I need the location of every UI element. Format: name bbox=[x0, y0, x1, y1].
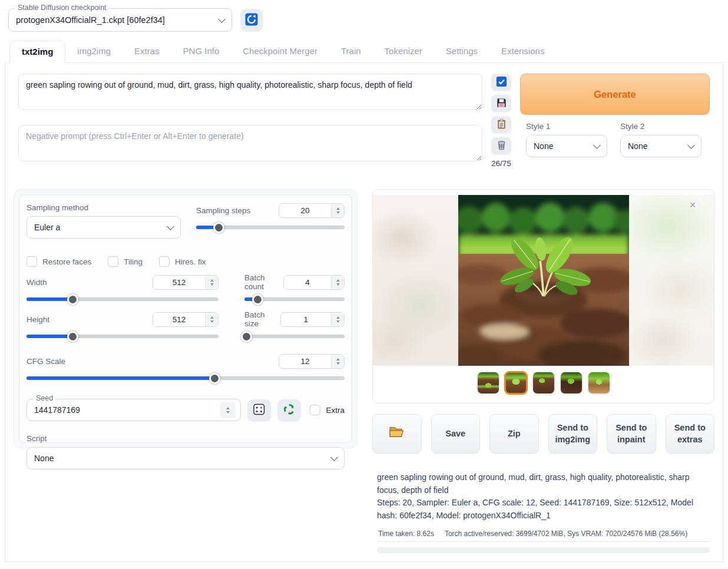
seed-spinner[interactable] bbox=[220, 402, 236, 418]
batch-count-spinner[interactable] bbox=[331, 276, 344, 289]
thumbnail-1[interactable] bbox=[476, 371, 500, 395]
style2-dropdown[interactable]: None bbox=[620, 135, 701, 157]
width-spinner[interactable] bbox=[205, 276, 218, 289]
chevron-down-icon bbox=[330, 454, 338, 461]
generation-prompt-text: green sapling rowing out of ground, mud,… bbox=[377, 471, 710, 497]
recycle-icon bbox=[283, 403, 296, 418]
settings-panel: Sampling method Euler a Sampling steps bbox=[14, 189, 358, 448]
send-to-inpaint-button[interactable]: Send to inpaint bbox=[607, 414, 656, 454]
checkbox-box bbox=[27, 256, 37, 267]
thumbnail-strip bbox=[373, 371, 714, 395]
chevron-down-icon bbox=[593, 141, 601, 149]
stable-diffusion-webui: Stable Diffusion checkpoint protogenX34O… bbox=[0, 0, 728, 569]
generate-column: Generate Style 1 None Style 2 None bbox=[520, 74, 710, 168]
clear-prompt-button[interactable] bbox=[491, 137, 511, 154]
sampling-steps-slider[interactable] bbox=[196, 222, 345, 233]
clipboard-icon bbox=[496, 118, 507, 131]
main-tabs: txt2img img2img Extras PNG Info Checkpoi… bbox=[5, 40, 723, 63]
batch-count-slider[interactable] bbox=[244, 294, 345, 305]
negative-prompt-input[interactable] bbox=[18, 125, 482, 161]
style2-group: Style 2 None bbox=[620, 122, 701, 157]
batch-size-slider[interactable] bbox=[244, 331, 345, 342]
seed-input[interactable] bbox=[34, 405, 220, 415]
extra-label: Extra bbox=[326, 406, 345, 415]
cfg-scale-slider[interactable] bbox=[27, 373, 345, 383]
send-to-extras-button[interactable]: Send to extras bbox=[666, 414, 715, 454]
close-icon[interactable]: × bbox=[687, 199, 699, 211]
checkbox-box bbox=[108, 256, 118, 267]
reuse-seed-button[interactable] bbox=[277, 399, 301, 421]
output-buttons-row: Save Zip Send to img2img Send to inpaint… bbox=[372, 414, 714, 454]
tab-txt2img[interactable]: txt2img bbox=[9, 41, 65, 63]
tab-extras[interactable]: Extras bbox=[123, 41, 171, 63]
prompt-tools-column: 26/75 bbox=[491, 74, 512, 168]
sampling-steps-numbox bbox=[279, 203, 345, 218]
apply-style-button[interactable] bbox=[491, 116, 511, 133]
script-dropdown[interactable]: None bbox=[27, 447, 345, 469]
tab-tokenizer[interactable]: Tokenizer bbox=[373, 41, 434, 63]
thumbnail-3[interactable] bbox=[532, 371, 555, 395]
content-row: Sampling method Euler a Sampling steps bbox=[10, 189, 718, 553]
zip-button[interactable]: Zip bbox=[489, 414, 539, 454]
save-style-button[interactable] bbox=[491, 95, 511, 112]
generated-image[interactable] bbox=[458, 195, 629, 366]
width-input[interactable] bbox=[153, 278, 205, 287]
cfg-scale-numbox bbox=[279, 354, 345, 369]
generate-button[interactable]: Generate bbox=[520, 74, 710, 115]
height-label: Height bbox=[27, 315, 49, 324]
checkpoint-label: Stable Diffusion checkpoint bbox=[15, 4, 110, 12]
tab-img2img[interactable]: img2img bbox=[65, 41, 123, 63]
paste-generation-params-button[interactable] bbox=[491, 74, 511, 91]
restore-faces-checkbox[interactable]: Restore faces bbox=[27, 256, 91, 267]
dice-icon bbox=[253, 403, 266, 418]
style2-value: None bbox=[628, 141, 689, 151]
script-value: None bbox=[34, 454, 332, 463]
batch-size-input[interactable] bbox=[281, 315, 331, 324]
gallery-blur-right bbox=[629, 195, 714, 366]
batch-size-spinner[interactable] bbox=[331, 313, 344, 326]
seed-field: Seed bbox=[27, 399, 241, 421]
tab-png-info[interactable]: PNG Info bbox=[171, 41, 231, 63]
random-seed-button[interactable] bbox=[247, 399, 271, 421]
result-gallery: × bbox=[372, 189, 714, 403]
height-spinner[interactable] bbox=[205, 313, 218, 326]
sampling-steps-spinner[interactable] bbox=[331, 204, 344, 217]
style1-dropdown[interactable]: None bbox=[526, 135, 607, 157]
thumbnail-4[interactable] bbox=[560, 371, 583, 395]
checkpoint-dropdown[interactable]: Stable Diffusion checkpoint protogenX34O… bbox=[8, 8, 232, 32]
batch-size-numbox bbox=[280, 312, 345, 327]
sampling-method-dropdown[interactable]: Euler a bbox=[27, 216, 181, 239]
height-input[interactable] bbox=[153, 315, 205, 324]
height-slider[interactable] bbox=[27, 331, 219, 342]
cfg-scale-input[interactable] bbox=[279, 357, 331, 366]
output-panel: × bbox=[372, 189, 714, 553]
tab-settings[interactable]: Settings bbox=[434, 41, 489, 63]
tab-extensions[interactable]: Extensions bbox=[489, 41, 556, 63]
prompt-input[interactable]: green sapling rowing out of ground, mud,… bbox=[18, 74, 482, 110]
send-to-img2img-button[interactable]: Send to img2img bbox=[548, 414, 598, 454]
batch-count-input[interactable] bbox=[284, 278, 331, 287]
width-numbox bbox=[153, 275, 219, 290]
prompt-column: green sapling rowing out of ground, mud,… bbox=[18, 74, 482, 168]
hires-fix-checkbox[interactable]: Hires. fix bbox=[159, 256, 206, 267]
gallery-blur-left bbox=[373, 195, 458, 366]
floppy-disk-icon bbox=[496, 97, 507, 110]
generation-params-text: Steps: 20, Sampler: Euler a, CFG scale: … bbox=[377, 497, 710, 522]
tiling-checkbox[interactable]: Tiling bbox=[108, 256, 143, 267]
thumbnail-2-selected[interactable] bbox=[504, 371, 528, 395]
paste-check-icon bbox=[496, 76, 507, 89]
thumbnail-5[interactable] bbox=[587, 371, 611, 395]
tab-train[interactable]: Train bbox=[329, 41, 373, 63]
sampling-steps-input[interactable] bbox=[279, 206, 331, 215]
tab-checkpoint-merger[interactable]: Checkpoint Merger bbox=[231, 41, 329, 63]
batch-size-label: Batch size bbox=[244, 310, 280, 328]
save-button[interactable]: Save bbox=[431, 414, 481, 454]
refresh-checkpoint-button[interactable] bbox=[240, 9, 263, 31]
cfg-scale-spinner[interactable] bbox=[331, 355, 344, 368]
script-label: Script bbox=[27, 434, 345, 443]
cfg-scale-label: CFG Scale bbox=[27, 357, 65, 366]
open-folder-button[interactable] bbox=[372, 414, 422, 454]
styles-row: Style 1 None Style 2 None bbox=[520, 122, 710, 157]
width-slider[interactable] bbox=[27, 294, 219, 305]
extra-seed-checkbox[interactable]: Extra bbox=[310, 405, 345, 415]
